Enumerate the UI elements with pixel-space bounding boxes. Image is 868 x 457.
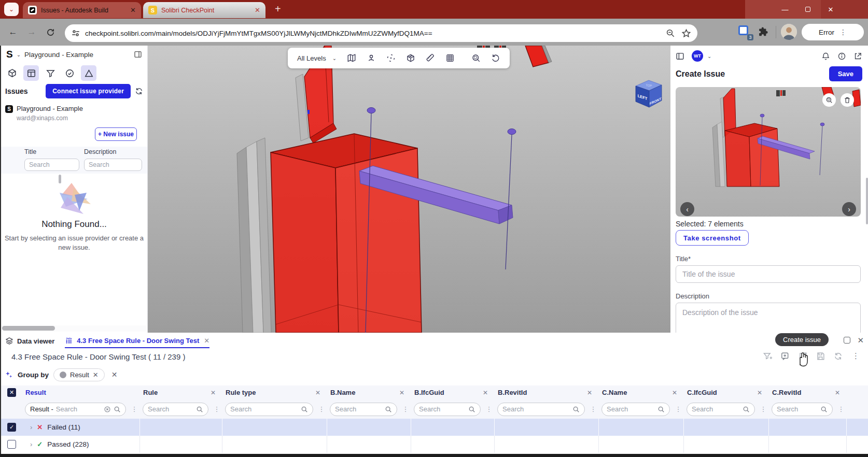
- scrollbar-thumb[interactable]: [2, 326, 55, 331]
- close-tab-icon[interactable]: ✕: [204, 337, 209, 345]
- remove-column-icon[interactable]: ✕: [587, 389, 592, 396]
- grid-icon[interactable]: [445, 53, 455, 63]
- column-search-input[interactable]: [230, 405, 298, 413]
- column-search-input[interactable]: [502, 405, 570, 413]
- info-icon[interactable]: [837, 52, 846, 61]
- address-bar[interactable]: checkpoint.solibri.com/main/models/ODJiY…: [65, 24, 697, 42]
- reset-view-icon[interactable]: [491, 53, 500, 63]
- save-results-icon[interactable]: [816, 351, 825, 361]
- profile-avatar[interactable]: [781, 24, 797, 40]
- checking-tool-button[interactable]: [62, 65, 77, 81]
- window-close-button[interactable]: ✕: [826, 5, 835, 14]
- preview-next-button[interactable]: ›: [842, 202, 856, 216]
- column-search-input[interactable]: [692, 405, 740, 413]
- section-box-icon[interactable]: [405, 53, 415, 63]
- column-menu-icon[interactable]: ⋮: [212, 405, 222, 413]
- search-pill[interactable]: [687, 403, 755, 416]
- measure-ruler-icon[interactable]: [425, 53, 435, 63]
- tab-data-viewer[interactable]: Data viewer: [5, 334, 54, 348]
- open-external-icon[interactable]: [853, 52, 862, 61]
- browser-tab-autodesk[interactable]: Issues - Autodesk Build ✕: [23, 2, 141, 18]
- layout-tool-button[interactable]: [23, 65, 39, 81]
- title-search-input[interactable]: [24, 159, 79, 171]
- scrollbar-thumb[interactable]: [866, 178, 868, 224]
- browser-tab-solibri[interactable]: S Solibri CheckPoint ✕: [143, 2, 265, 18]
- clear-grouping-icon[interactable]: ✕: [111, 370, 118, 379]
- chevron-down-icon[interactable]: ⌄: [17, 52, 21, 58]
- issue-description-input[interactable]: [676, 303, 861, 333]
- search-pill[interactable]: [330, 403, 397, 416]
- more-options-icon[interactable]: ⋮: [851, 351, 861, 361]
- new-tab-button[interactable]: +: [275, 4, 281, 14]
- column-header[interactable]: C.RevitId: [772, 389, 801, 396]
- table-row-passed[interactable]: › ✓ Passed (228): [1, 436, 868, 453]
- remove-column-icon[interactable]: ✕: [672, 389, 677, 396]
- filter-tool-button[interactable]: [43, 65, 58, 81]
- column-menu-icon[interactable]: ⋮: [588, 405, 598, 413]
- column-search-input[interactable]: [148, 405, 193, 413]
- remove-column-icon[interactable]: ✕: [483, 389, 488, 396]
- model-viewport[interactable]: All Levels ⌄: [148, 46, 670, 333]
- column-menu-icon[interactable]: ⋮: [836, 405, 846, 413]
- remove-column-icon[interactable]: ✕: [315, 389, 320, 396]
- column-menu-icon[interactable]: ⋮: [316, 405, 327, 413]
- search-pill[interactable]: [772, 403, 833, 416]
- preview-prev-button[interactable]: ‹: [680, 202, 694, 216]
- maximize-panel-icon[interactable]: [844, 337, 850, 344]
- url-text[interactable]: checkpoint.solibri.com/main/models/ODJiY…: [85, 30, 660, 37]
- bookmark-star-icon[interactable]: [681, 28, 691, 38]
- column-search-input[interactable]: [607, 405, 655, 413]
- remove-column-icon[interactable]: ✕: [211, 389, 216, 396]
- remove-column-icon[interactable]: ✕: [757, 389, 762, 396]
- reload-button[interactable]: [45, 26, 56, 38]
- tab-rule-result[interactable]: 4.3 Free Space Rule - Door Swing Test ✕: [65, 334, 209, 348]
- column-header[interactable]: B.Name: [330, 389, 355, 396]
- expand-chevron-icon[interactable]: ›: [30, 440, 32, 448]
- column-header[interactable]: C.IfcGuid: [687, 389, 717, 396]
- column-search-input[interactable]: [56, 405, 101, 413]
- walkthrough-pin-icon[interactable]: [366, 53, 376, 63]
- column-header[interactable]: B.RevitId: [498, 389, 527, 396]
- site-settings-icon[interactable]: [71, 28, 80, 38]
- column-menu-icon[interactable]: ⋮: [129, 405, 139, 413]
- zoom-out-icon[interactable]: [665, 28, 676, 38]
- issues-tool-button[interactable]: [81, 65, 96, 81]
- remove-group-icon[interactable]: ✕: [93, 371, 99, 379]
- floorplan-map-icon[interactable]: [346, 53, 356, 63]
- close-panel-icon[interactable]: ✕: [857, 336, 864, 345]
- user-avatar[interactable]: WT: [692, 50, 703, 62]
- sync-icon[interactable]: [135, 87, 143, 95]
- search-pill[interactable]: [497, 403, 585, 416]
- focus-target-icon[interactable]: [386, 53, 396, 63]
- profile-error-button[interactable]: Error ⋮: [802, 24, 864, 40]
- search-pill[interactable]: [225, 403, 313, 416]
- navigation-cube[interactable]: TOP LEFT FRONT: [632, 78, 666, 110]
- window-minimize-button[interactable]: —: [780, 5, 790, 14]
- tab-close-icon[interactable]: ✕: [130, 6, 136, 14]
- column-menu-icon[interactable]: ⋮: [758, 405, 768, 413]
- column-search-input[interactable]: [335, 405, 382, 413]
- table-row-failed[interactable]: ✓ › ✕ Failed (11): [1, 419, 868, 436]
- preview-delete-icon[interactable]: [841, 93, 854, 107]
- search-pill[interactable]: [143, 403, 208, 416]
- group-by-chip-result[interactable]: Result ✕: [53, 368, 105, 381]
- chevron-down-icon[interactable]: ⌄: [707, 53, 711, 59]
- search-pill[interactable]: [414, 403, 481, 416]
- zoom-to-fit-icon[interactable]: [471, 53, 481, 63]
- description-search-input[interactable]: [84, 159, 142, 171]
- new-issue-button[interactable]: + New issue: [95, 127, 137, 141]
- column-search-input[interactable]: [777, 405, 818, 413]
- horizontal-scrollbar[interactable]: [1, 325, 146, 332]
- preview-zoom-icon[interactable]: [822, 93, 836, 107]
- row-checkbox[interactable]: [7, 440, 16, 449]
- select-all-checkbox[interactable]: ✕: [7, 388, 16, 397]
- vertical-scrollbar[interactable]: [865, 46, 868, 333]
- column-header[interactable]: C.Name: [602, 389, 627, 396]
- issue-provider-item[interactable]: S Playground - Example ward@xinaps.com: [5, 105, 83, 122]
- notifications-bell-icon[interactable]: [821, 52, 830, 61]
- remove-column-icon[interactable]: ✕: [835, 389, 840, 396]
- window-restore-button[interactable]: [803, 5, 813, 14]
- model-tool-button[interactable]: [4, 65, 20, 81]
- refresh-results-icon[interactable]: [833, 351, 843, 361]
- extensions-puzzle-icon[interactable]: [757, 26, 768, 37]
